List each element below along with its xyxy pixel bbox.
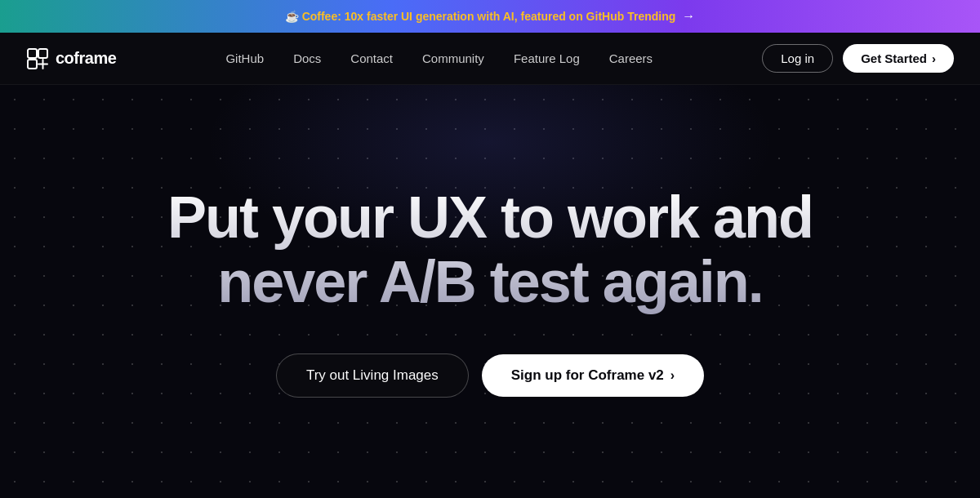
- get-started-arrow-icon: ›: [932, 51, 936, 65]
- login-button[interactable]: Log in: [762, 44, 833, 73]
- nav-actions: Log in Get Started ›: [762, 44, 954, 73]
- announcement-banner[interactable]: ☕ Coffee: 10x faster UI generation with …: [0, 0, 980, 33]
- svg-rect-0: [28, 49, 37, 58]
- nav-link-docs[interactable]: Docs: [293, 51, 321, 65]
- logo[interactable]: coframe: [26, 47, 116, 70]
- nav-link-community[interactable]: Community: [422, 51, 484, 65]
- announcement-text: ☕ Coffee: 10x faster UI generation with …: [285, 10, 676, 23]
- coframe-logo-icon: [26, 47, 49, 70]
- get-started-label: Get Started: [861, 51, 927, 65]
- get-started-button[interactable]: Get Started ›: [843, 44, 954, 73]
- announcement-emoji: ☕: [285, 10, 299, 23]
- signup-label: Sign up for Coframe v2: [511, 367, 664, 384]
- hero-title-line2: never A/B test again.: [217, 249, 763, 314]
- hero-title: Put your UX to work and never A/B test a…: [167, 185, 813, 314]
- svg-rect-2: [28, 60, 37, 69]
- svg-rect-1: [38, 49, 47, 58]
- hero-title-line1: Put your UX to work and: [167, 185, 813, 250]
- navbar: coframe GitHub Docs Contact Community Fe…: [0, 33, 980, 85]
- nav-link-github[interactable]: GitHub: [225, 51, 264, 65]
- signup-arrow-icon: ›: [670, 368, 675, 383]
- hero-section: Put your UX to work and never A/B test a…: [0, 85, 980, 498]
- announcement-arrow-icon: →: [682, 9, 695, 24]
- try-out-button[interactable]: Try out Living Images: [276, 353, 469, 398]
- signup-button[interactable]: Sign up for Coframe v2 ›: [482, 354, 704, 397]
- nav-links: GitHub Docs Contact Community Feature Lo…: [225, 51, 653, 65]
- nav-link-careers[interactable]: Careers: [609, 51, 653, 65]
- logo-text: coframe: [56, 49, 116, 68]
- announcement-message: Coffee: 10x faster UI generation with AI…: [302, 10, 676, 23]
- hero-buttons: Try out Living Images Sign up for Cofram…: [276, 353, 704, 398]
- nav-link-feature-log[interactable]: Feature Log: [514, 51, 580, 65]
- nav-link-contact[interactable]: Contact: [350, 51, 393, 65]
